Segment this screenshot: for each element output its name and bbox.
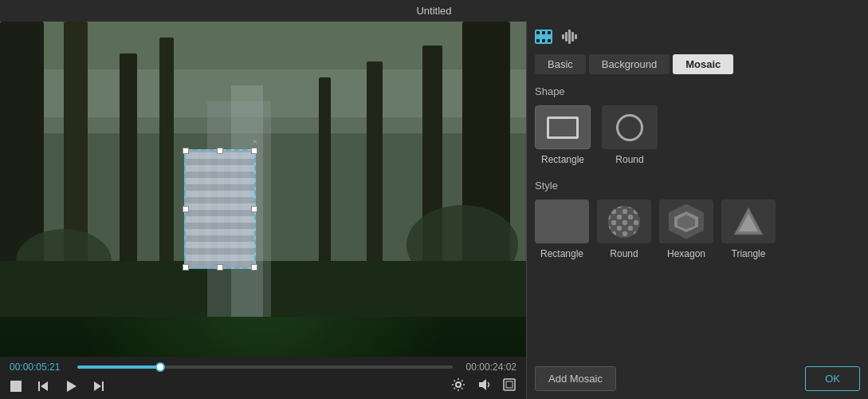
- film-icon[interactable]: [535, 30, 552, 48]
- ok-button[interactable]: OK: [805, 366, 860, 391]
- svg-rect-30: [536, 39, 540, 42]
- stop-button[interactable]: [10, 380, 22, 393]
- tabs-row: Basic Background Mosaic: [535, 54, 860, 74]
- shape-section-title: Shape: [535, 85, 860, 97]
- style-section-title: Style: [535, 180, 860, 192]
- settings-icon: [451, 377, 465, 392]
- mosaic-close-button[interactable]: ×: [253, 136, 257, 146]
- mosaic-hex-icon: [669, 204, 704, 239]
- handle-tr[interactable]: [251, 148, 257, 154]
- svg-rect-25: [506, 381, 513, 388]
- shape-round-label: Round: [615, 154, 643, 165]
- next-icon: [92, 380, 105, 393]
- circle-icon: [616, 114, 643, 141]
- style-rectangle[interactable]: Rectangle: [535, 200, 589, 259]
- handle-bl[interactable]: [183, 264, 189, 271]
- mosaic-tri-svg: [731, 204, 766, 239]
- svg-rect-24: [504, 379, 515, 390]
- fullscreen-button[interactable]: [502, 377, 516, 394]
- progress-bar[interactable]: [77, 365, 453, 369]
- handle-tl[interactable]: [183, 148, 189, 154]
- svg-rect-18: [38, 381, 40, 391]
- add-mosaic-button[interactable]: Add Mosaic: [535, 366, 616, 391]
- handle-tc[interactable]: [217, 148, 223, 154]
- bottom-row: Add Mosaic OK: [535, 366, 860, 391]
- shape-row: Rectangle Round: [535, 105, 860, 165]
- tab-basic[interactable]: Basic: [535, 54, 586, 74]
- video-background: ×: [0, 22, 526, 357]
- svg-point-22: [456, 382, 461, 387]
- style-triangle[interactable]: Triangle: [721, 200, 776, 259]
- style-rectangle-box: [535, 200, 589, 243]
- svg-marker-20: [94, 381, 101, 391]
- style-hexagon-box: [659, 200, 713, 243]
- progress-thumb[interactable]: [155, 362, 165, 372]
- style-triangle-box: [721, 200, 776, 243]
- shape-rectangle[interactable]: Rectangle: [535, 105, 591, 165]
- shape-round[interactable]: Round: [602, 105, 658, 165]
- playback-controls: [10, 379, 105, 393]
- svg-rect-28: [542, 31, 545, 34]
- timeline-row: 00:00:05:21 00:00:24:02: [10, 361, 516, 373]
- handle-bc[interactable]: [217, 264, 223, 271]
- style-rectangle-label: Rectangle: [540, 248, 583, 259]
- forest-layer: [0, 22, 526, 357]
- svg-marker-19: [67, 381, 77, 392]
- svg-rect-37: [575, 34, 577, 39]
- shape-round-box: [602, 105, 658, 149]
- svg-rect-21: [102, 381, 104, 391]
- shape-rectangle-box: [535, 105, 591, 149]
- forest-svg: [0, 22, 526, 317]
- svg-marker-17: [41, 381, 48, 391]
- hex-inner-icon: [674, 211, 698, 232]
- mosaic-round-icon: [608, 206, 640, 238]
- audio-wave-icon: [562, 30, 578, 44]
- svg-rect-27: [536, 31, 540, 34]
- handle-mr[interactable]: [251, 206, 257, 212]
- mosaic-selection-box[interactable]: ×: [184, 149, 256, 269]
- film-strip-icon: [535, 30, 552, 44]
- stop-icon: [10, 380, 22, 393]
- panel-icons-row: [535, 30, 860, 48]
- playback-row: [10, 377, 516, 394]
- style-triangle-label: Triangle: [732, 248, 766, 259]
- settings-button[interactable]: [451, 377, 465, 394]
- style-hexagon-label: Hexagon: [667, 248, 705, 259]
- prev-button[interactable]: [37, 380, 49, 393]
- svg-rect-35: [568, 30, 571, 44]
- tab-background[interactable]: Background: [589, 54, 670, 74]
- svg-rect-31: [542, 39, 545, 42]
- handle-ml[interactable]: [183, 206, 189, 212]
- svg-rect-29: [548, 31, 551, 34]
- shape-rectangle-label: Rectangle: [541, 154, 584, 165]
- svg-rect-33: [562, 34, 564, 39]
- video-controls: 00:00:05:21 00:00:24:02: [0, 357, 526, 399]
- right-panel: Basic Background Mosaic Shape Rectangle …: [526, 22, 868, 399]
- play-button[interactable]: [64, 379, 78, 393]
- volume-button[interactable]: [477, 377, 491, 394]
- svg-marker-23: [479, 379, 486, 390]
- mosaic-rect-icon: [544, 204, 579, 239]
- style-hexagon[interactable]: Hexagon: [659, 200, 713, 259]
- style-round-label: Round: [610, 248, 638, 259]
- style-row: Rectangle Round Hexagon: [535, 200, 860, 259]
- mosaic-pixel-grid: [186, 151, 254, 267]
- tab-mosaic[interactable]: Mosaic: [673, 54, 733, 74]
- handle-br[interactable]: [251, 264, 257, 271]
- video-area[interactable]: ×: [0, 22, 526, 357]
- audio-icon[interactable]: [562, 30, 578, 48]
- progress-fill: [77, 365, 160, 369]
- style-round-box: [597, 200, 651, 243]
- main-layout: × 00:00:05:21: [0, 22, 868, 399]
- volume-icon: [477, 377, 491, 392]
- title-bar: Untitled: [0, 0, 868, 22]
- svg-rect-34: [565, 32, 568, 41]
- style-round[interactable]: Round: [597, 200, 651, 259]
- rectangle-icon: [547, 117, 579, 139]
- next-button[interactable]: [92, 380, 105, 393]
- play-icon: [64, 379, 78, 393]
- prev-icon: [37, 380, 49, 393]
- time-current: 00:00:05:21: [10, 361, 69, 373]
- fullscreen-icon: [502, 377, 516, 392]
- right-controls: [451, 377, 516, 394]
